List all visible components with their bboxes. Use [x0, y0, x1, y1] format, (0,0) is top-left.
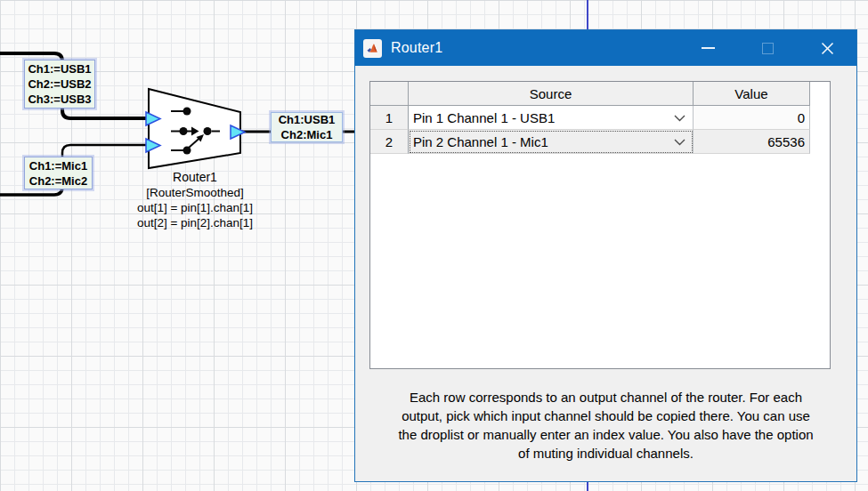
- routing-table: Source Value 1 Pin 1 Channel 1 - USB1 0 …: [369, 81, 831, 369]
- router-name: Router1: [110, 170, 280, 185]
- minimize-button[interactable]: [693, 30, 723, 66]
- router-eq-2: out[2] = pin[2].chan[1]: [110, 215, 280, 230]
- help-line: Each row corresponds to an output channe…: [362, 388, 849, 406]
- row-index[interactable]: 1: [370, 106, 409, 130]
- router-caption: Router1 [RouterSmoothed] out[1] = pin[1]…: [110, 170, 280, 230]
- schematic-canvas: { "diagram": { "usb_label": { "lines": […: [0, 0, 868, 491]
- help-text: Each row corresponds to an output channe…: [362, 388, 849, 463]
- source-dropdown-value: Pin 1 Channel 1 - USB1: [413, 110, 555, 125]
- wire-label-output[interactable]: Ch1:USB1 Ch2:Mic1: [271, 112, 343, 142]
- close-button[interactable]: [812, 30, 842, 66]
- wire-label-usb[interactable]: Ch1:=USB1 Ch2:=USB2 Ch3:=USB3: [24, 60, 95, 109]
- value-cell[interactable]: 0: [694, 106, 810, 130]
- maximize-icon: [762, 43, 774, 54]
- router-block[interactable]: [149, 89, 240, 168]
- wire-label-line: Ch1:=USB1: [25, 61, 94, 76]
- router-class: [RouterSmoothed]: [110, 185, 280, 200]
- source-dropdown-value: Pin 2 Channel 1 - Mic1: [413, 134, 548, 149]
- chevron-down-icon[interactable]: [674, 139, 685, 146]
- router1-dialog: Router1 Source Value 1 Pin 1 Channel 1 -…: [354, 29, 857, 482]
- chevron-down-icon[interactable]: [674, 115, 685, 122]
- source-dropdown[interactable]: Pin 1 Channel 1 - USB1: [409, 106, 694, 130]
- header-index: [370, 82, 409, 106]
- wire-label-line: Ch2:=Mic2: [25, 173, 92, 189]
- table-row: 1 Pin 1 Channel 1 - USB1 0: [370, 106, 830, 130]
- wire-label-line: Ch3:=USB3: [25, 92, 94, 107]
- source-dropdown[interactable]: Pin 2 Channel 1 - Mic1: [409, 130, 694, 154]
- wire-label-line: Ch1:USB1: [272, 112, 342, 127]
- wire-label-line: Ch2:=USB2: [25, 76, 94, 92]
- table-row: 2 Pin 2 Channel 1 - Mic1 65536: [370, 130, 830, 154]
- wire-label-line: Ch2:Mic1: [272, 127, 342, 142]
- close-icon: [821, 42, 834, 55]
- header-value[interactable]: Value: [694, 82, 810, 106]
- table-header-row: Source Value: [370, 82, 830, 106]
- value-cell[interactable]: 65536: [694, 130, 810, 154]
- help-line: of muting individual channels.: [362, 444, 849, 463]
- help-line: the droplist or manually enter an index …: [362, 425, 849, 444]
- maximize-button[interactable]: [752, 30, 783, 66]
- dialog-titlebar[interactable]: Router1: [355, 30, 856, 66]
- matlab-icon: [363, 39, 382, 58]
- wire-label-mic[interactable]: Ch1:=Mic1 Ch2:=Mic2: [24, 157, 93, 189]
- router-eq-1: out[1] = pin[1].chan[1]: [110, 200, 280, 215]
- minimize-icon: [702, 47, 715, 49]
- header-source[interactable]: Source: [409, 82, 694, 106]
- wire-label-line: Ch1:=Mic1: [25, 158, 92, 173]
- dialog-title: Router1: [391, 40, 442, 56]
- row-index[interactable]: 2: [370, 130, 409, 154]
- help-line: output, pick which input channel should …: [362, 406, 849, 425]
